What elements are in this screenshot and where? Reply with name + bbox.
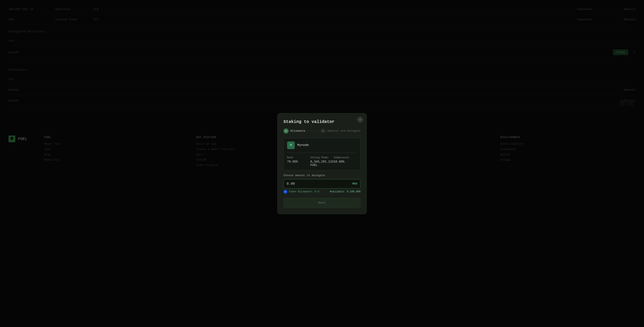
- voting-power-label: Voting Power: [310, 156, 334, 159]
- stat-rank: Rank 79.65%: [287, 156, 310, 167]
- modal-overlay: × Staking to validator 01 Allowance 02 D…: [0, 0, 644, 327]
- staking-modal: × Staking to validator 01 Allowance 02 D…: [277, 113, 367, 214]
- commission-value: 10.00%: [334, 160, 357, 164]
- validator-name: Mynode: [297, 143, 309, 147]
- stat-voting-power: Voting Power 6,345,291.115 FUEL: [310, 156, 334, 167]
- available-text: Available: 9,100,000: [330, 190, 360, 193]
- step-1: 01 Allowance: [284, 128, 305, 134]
- commission-label: Commission: [334, 156, 357, 159]
- voting-power-value: 6,345,291.115 FUEL: [310, 160, 334, 167]
- step-2: 02 Deposit and Delegate: [320, 128, 360, 134]
- amount-label: Choose amount to delegate: [284, 174, 360, 177]
- step-divider: [308, 131, 318, 131]
- validator-header: M Mynode: [287, 142, 357, 149]
- token-icon: ✦: [284, 190, 287, 194]
- token-allowance: ✦ Token Allowance: 0.0: [284, 190, 319, 194]
- rank-value: 79.65%: [287, 160, 310, 164]
- input-info: ✦ Token Allowance: 0.0 Available: 9,100,…: [284, 190, 360, 194]
- rank-label: Rank: [287, 156, 310, 159]
- close-button[interactable]: ×: [357, 117, 363, 123]
- next-button[interactable]: Next: [284, 198, 360, 208]
- max-button[interactable]: MAX: [352, 182, 357, 185]
- validator-avatar: M: [287, 142, 295, 149]
- step-1-number: 01: [284, 128, 288, 134]
- token-allowance-text: Token Allowance: 0.0: [288, 190, 319, 193]
- modal-title: Staking to validator: [284, 119, 360, 124]
- validator-divider: [287, 152, 357, 153]
- validator-card: M Mynode Rank 79.65% Voting Power 6,345,…: [284, 138, 360, 170]
- validator-stats: Rank 79.65% Voting Power 6,345,291.115 F…: [287, 156, 357, 167]
- step-1-label: Allowance: [290, 129, 305, 132]
- step-2-label: Deposit and Delegate: [327, 129, 360, 132]
- step-2-number: 02: [320, 128, 326, 134]
- stat-commission: Commission 10.00%: [334, 156, 357, 167]
- amount-input[interactable]: [287, 182, 352, 186]
- amount-input-wrapper[interactable]: MAX: [284, 179, 360, 188]
- steps-bar: 01 Allowance 02 Deposit and Delegate: [284, 128, 360, 134]
